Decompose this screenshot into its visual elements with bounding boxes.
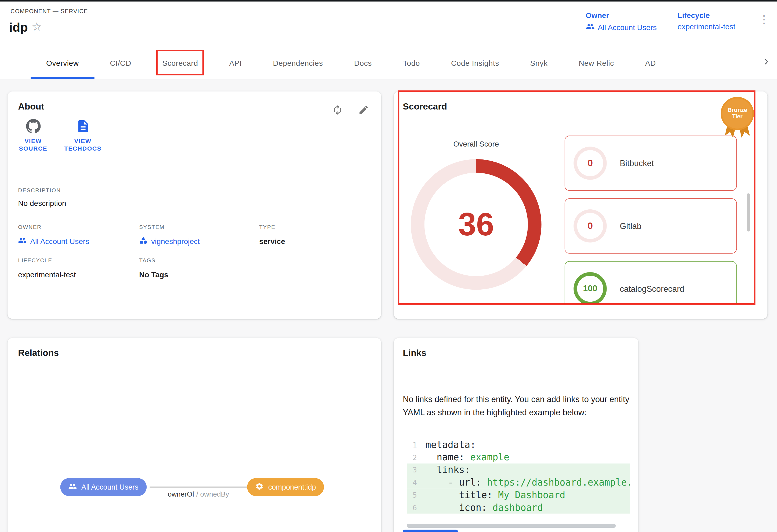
edit-icon[interactable] xyxy=(358,104,369,117)
links-title: Links xyxy=(403,348,426,358)
tab-bar-items: OverviewCI/CDScorecardAPIDependenciesDoc… xyxy=(0,47,777,79)
code-horizontal-scrollbar[interactable] xyxy=(407,524,616,528)
lifecycle-label: Lifecycle xyxy=(678,11,736,20)
about-title: About xyxy=(18,102,44,112)
tab-ad[interactable]: AD xyxy=(630,47,671,79)
owner-link[interactable]: All Account Users xyxy=(585,22,657,32)
relations-card: Relations ownerOf / ownedBy All Account … xyxy=(7,338,381,532)
score-ring: 100 xyxy=(573,272,606,303)
code-block: 1metadata:2 name: example3 links:4 - url… xyxy=(407,438,630,514)
github-icon xyxy=(26,119,40,135)
owner-field-link[interactable]: All Account Users xyxy=(18,236,89,246)
tab-label: Overview xyxy=(46,58,79,67)
owner-value: All Account Users xyxy=(598,23,657,32)
favorite-star-icon[interactable]: ☆ xyxy=(32,21,42,33)
refresh-icon[interactable] xyxy=(332,104,343,117)
code-text: metadata: xyxy=(425,439,476,450)
relation-edge-label: ownerOf / ownedBy xyxy=(139,490,257,498)
system-field-link[interactable]: vigneshproject xyxy=(139,236,200,246)
bronze-tier-badge: Bronze Tier xyxy=(720,97,755,142)
scorecard-item-name: Bitbucket xyxy=(620,158,654,168)
scorecard-list: 0Bitbucket0Gitlab100catalogScorecard xyxy=(565,136,737,303)
tab-docs[interactable]: Docs xyxy=(339,47,387,79)
line-number: 5 xyxy=(407,491,417,499)
system-field-value: vigneshproject xyxy=(151,237,200,245)
view-techdocs-label: VIEW TECHDOCS xyxy=(62,138,104,153)
tab-label: Snyk xyxy=(530,58,548,67)
system-field-label: SYSTEM xyxy=(139,224,164,230)
tags-field-value: No Tags xyxy=(139,270,169,279)
lifecycle-value-text: experimental-test xyxy=(678,22,736,31)
tabs-scroll-right-button[interactable] xyxy=(756,47,777,79)
tags-field-label: TAGS xyxy=(139,257,155,263)
tab-snyk[interactable]: Snyk xyxy=(515,47,563,79)
more-options-icon[interactable]: ⋮ xyxy=(759,14,770,25)
lifecycle-field-value: experimental-test xyxy=(18,270,76,279)
score-value: 0 xyxy=(587,157,593,168)
relation-node-owner[interactable]: All Account Users xyxy=(60,478,146,496)
scorecard-item[interactable]: 0Bitbucket xyxy=(565,136,737,191)
code-line: 5 title: My Dashboard xyxy=(407,489,630,501)
score-ring: 0 xyxy=(573,147,606,179)
tab-ci-cd[interactable]: CI/CD xyxy=(95,47,147,79)
scorecard-item[interactable]: 100catalogScorecard xyxy=(565,261,737,303)
code-text: icon: dashboard xyxy=(425,502,543,513)
header-owner-block: Owner All Account Users xyxy=(585,11,657,32)
relation-node-owner-label: All Account Users xyxy=(81,483,138,491)
window-top-border xyxy=(0,0,777,2)
tab-label: Scorecard xyxy=(162,58,198,67)
code-text: name: example xyxy=(425,452,509,462)
view-source-label: VIEW SOURCE xyxy=(12,138,54,153)
owner-field-value: All Account Users xyxy=(30,237,89,245)
code-line: 1metadata: xyxy=(407,438,630,451)
relation-node-component[interactable]: component:idp xyxy=(247,478,324,496)
links-empty-text: No links defined for this entity. You ca… xyxy=(403,392,632,418)
tab-label: API xyxy=(229,58,242,67)
view-source-link[interactable]: VIEW SOURCE xyxy=(12,119,54,152)
scorecard-item-name: catalogScorecard xyxy=(620,284,684,294)
relation-owned-by: / ownedBy xyxy=(196,490,229,498)
relation-node-component-label: component:idp xyxy=(268,483,316,491)
score-value: 0 xyxy=(587,220,593,231)
partially-visible-button[interactable] xyxy=(403,530,458,532)
view-techdocs-link[interactable]: VIEW TECHDOCS xyxy=(62,119,104,152)
lifecycle-value: experimental-test xyxy=(678,22,736,31)
type-field-value: service xyxy=(259,237,285,246)
tab-dependencies[interactable]: Dependencies xyxy=(257,47,339,79)
scorecard-card: Scorecard Bronze Tier Overall Score 36 0… xyxy=(394,91,768,318)
group-icon xyxy=(18,236,27,246)
line-number: 2 xyxy=(407,453,417,461)
line-number: 3 xyxy=(407,466,417,474)
system-icon xyxy=(139,236,148,246)
tab-label: CI/CD xyxy=(110,58,131,67)
tab-new-relic[interactable]: New Relic xyxy=(563,47,629,79)
gear-icon xyxy=(255,482,264,492)
links-card: Links No links defined for this entity. … xyxy=(394,338,639,532)
relation-owner-of: ownerOf xyxy=(168,490,194,498)
entity-header: COMPONENT — SERVICE idp ☆ Owner All Acco… xyxy=(0,0,777,47)
score-ring: 0 xyxy=(573,210,606,242)
chevron-right-icon xyxy=(761,56,772,70)
page-title: idp xyxy=(9,20,28,35)
scorecard-scrollbar[interactable] xyxy=(747,193,750,231)
relation-edge xyxy=(149,487,247,488)
tab-api[interactable]: API xyxy=(214,47,257,79)
about-card: About VIEW SOURCE VIEW TECHDOCS DESCRIPT… xyxy=(7,91,381,318)
tab-overview[interactable]: Overview xyxy=(31,47,94,79)
tab-code-insights[interactable]: Code Insights xyxy=(436,47,515,79)
code-line: 4 - url: https://dashboard.example.co xyxy=(407,476,630,489)
group-icon xyxy=(585,22,595,32)
tab-label: AD xyxy=(645,58,656,67)
score-value: 100 xyxy=(583,284,597,294)
tab-label: Code Insights xyxy=(451,58,499,67)
owner-label: Owner xyxy=(585,11,657,20)
tab-label: Dependencies xyxy=(273,58,323,67)
line-number: 4 xyxy=(407,478,417,486)
scorecard-item[interactable]: 0Gitlab xyxy=(565,198,737,254)
type-field-label: TYPE xyxy=(259,224,275,230)
tab-scorecard[interactable]: Scorecard xyxy=(147,47,214,79)
group-icon xyxy=(68,482,77,492)
code-text: title: My Dashboard xyxy=(425,490,565,500)
header-lifecycle-block: Lifecycle experimental-test xyxy=(678,11,736,31)
tab-todo[interactable]: Todo xyxy=(387,47,436,79)
